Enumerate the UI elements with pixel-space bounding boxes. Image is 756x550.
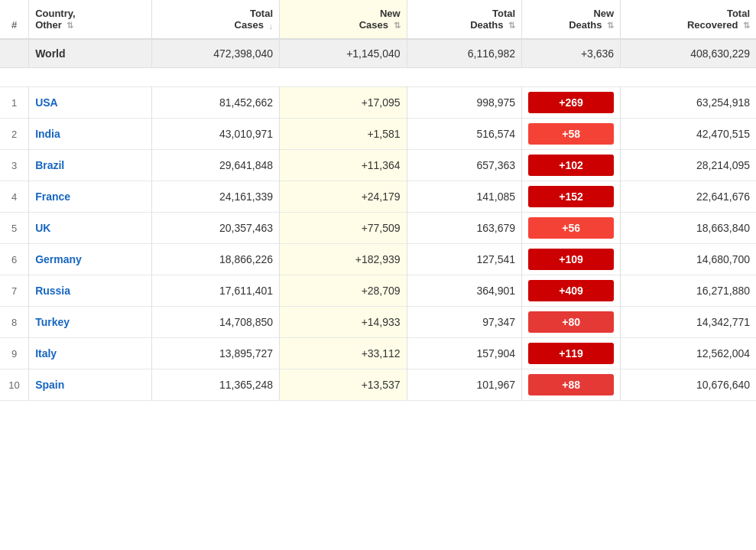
row-total-cases: 20,357,463 <box>152 213 280 244</box>
world-total-cases: 472,398,040 <box>152 39 280 68</box>
table-row: 10 Spain 11,365,248 +13,537 101,967 +88 … <box>0 369 756 401</box>
row-new-cases: +11,364 <box>280 150 407 181</box>
new-deaths-badge: +102 <box>528 155 614 176</box>
country-link[interactable]: India <box>35 128 60 140</box>
row-new-cases: +1,581 <box>280 119 407 150</box>
row-new-cases: +17,095 <box>280 87 407 119</box>
country-link[interactable]: Russia <box>35 285 70 297</box>
world-new-deaths: +3,636 <box>522 39 621 68</box>
row-country[interactable]: Italy <box>29 338 152 369</box>
sort-icon-new-cases[interactable]: ⇅ <box>394 21 401 31</box>
world-new-cases: +1,145,040 <box>280 39 407 68</box>
world-total-recovered: 408,630,229 <box>621 39 756 68</box>
row-total-recovered: 14,342,771 <box>621 307 756 338</box>
row-total-recovered: 10,676,640 <box>621 369 756 401</box>
row-total-deaths: 97,347 <box>407 307 522 338</box>
header-country[interactable]: Country,Other ⇅ <box>29 0 152 39</box>
row-country[interactable]: UK <box>29 213 152 244</box>
row-num: 1 <box>0 87 29 119</box>
header-total-recovered[interactable]: TotalRecovered ⇅ <box>621 0 756 39</box>
world-country: World <box>29 39 152 68</box>
world-num <box>0 39 29 68</box>
country-link[interactable]: UK <box>35 222 50 234</box>
country-link[interactable]: Spain <box>35 379 64 391</box>
header-new-cases[interactable]: NewCases ⇅ <box>280 0 407 39</box>
row-total-deaths: 157,904 <box>407 338 522 369</box>
row-new-deaths: +119 <box>522 338 621 369</box>
row-total-deaths: 163,679 <box>407 213 522 244</box>
new-deaths-badge: +80 <box>528 311 614 333</box>
row-country[interactable]: France <box>29 181 152 213</box>
row-total-deaths: 516,574 <box>407 119 522 150</box>
row-new-deaths: +269 <box>522 87 621 119</box>
row-new-deaths: +88 <box>522 369 621 401</box>
row-new-deaths: +56 <box>522 213 621 244</box>
row-total-cases: 17,611,401 <box>152 275 280 307</box>
row-country[interactable]: Germany <box>29 244 152 275</box>
row-num: 3 <box>0 150 29 181</box>
country-link[interactable]: USA <box>35 96 58 109</box>
header-new-deaths[interactable]: NewDeaths ⇅ <box>522 0 621 39</box>
row-total-cases: 14,708,850 <box>152 307 280 338</box>
row-new-cases: +182,939 <box>280 244 407 275</box>
row-total-recovered: 42,470,515 <box>621 119 756 150</box>
table-row: 1 USA 81,452,662 +17,095 998,975 +269 63… <box>0 87 756 119</box>
row-country[interactable]: Turkey <box>29 307 152 338</box>
row-total-recovered: 22,641,676 <box>621 181 756 213</box>
table-row: 8 Turkey 14,708,850 +14,933 97,347 +80 1… <box>0 307 756 338</box>
row-total-deaths: 998,975 <box>407 87 522 119</box>
row-num: 2 <box>0 119 29 150</box>
row-total-deaths: 127,541 <box>407 244 522 275</box>
sort-icon-total-deaths[interactable]: ⇅ <box>508 21 515 31</box>
row-total-cases: 29,641,848 <box>152 150 280 181</box>
country-link[interactable]: France <box>35 190 70 203</box>
header-total-deaths[interactable]: TotalDeaths ⇅ <box>407 0 522 39</box>
covid-stats-table: # Country,Other ⇅ TotalCases ↓ NewCases … <box>0 0 756 401</box>
row-num: 6 <box>0 244 29 275</box>
row-total-recovered: 28,214,095 <box>621 150 756 181</box>
row-total-recovered: 12,562,004 <box>621 338 756 369</box>
country-link[interactable]: Germany <box>35 253 82 265</box>
row-total-cases: 43,010,971 <box>152 119 280 150</box>
sort-icon-total-cases[interactable]: ↓ <box>269 21 274 31</box>
row-country[interactable]: Russia <box>29 275 152 307</box>
row-country[interactable]: India <box>29 119 152 150</box>
new-deaths-badge: +56 <box>528 217 614 239</box>
row-total-deaths: 101,967 <box>407 369 522 401</box>
row-total-cases: 11,365,248 <box>152 369 280 401</box>
row-num: 9 <box>0 338 29 369</box>
row-new-cases: +33,112 <box>280 338 407 369</box>
table-row: 5 UK 20,357,463 +77,509 163,679 +56 18,6… <box>0 213 756 244</box>
row-num: 4 <box>0 181 29 213</box>
row-country[interactable]: Spain <box>29 369 152 401</box>
new-deaths-badge: +269 <box>528 92 614 113</box>
table-row: 7 Russia 17,611,401 +28,709 364,901 +409… <box>0 275 756 307</box>
new-deaths-badge: +119 <box>528 343 614 364</box>
sort-icon-country[interactable]: ⇅ <box>67 21 73 31</box>
world-row: World 472,398,040 +1,145,040 6,116,982 +… <box>0 39 756 68</box>
row-num: 7 <box>0 275 29 307</box>
row-total-deaths: 657,363 <box>407 150 522 181</box>
new-deaths-badge: +58 <box>528 123 614 145</box>
row-total-recovered: 16,271,880 <box>621 275 756 307</box>
table-row: 4 France 24,161,339 +24,179 141,085 +152… <box>0 181 756 213</box>
table-row: 2 India 43,010,971 +1,581 516,574 +58 42… <box>0 119 756 150</box>
row-new-deaths: +80 <box>522 307 621 338</box>
sort-icon-total-recovered[interactable]: ⇅ <box>743 21 750 31</box>
country-link[interactable]: Brazil <box>35 159 64 171</box>
row-new-cases: +77,509 <box>280 213 407 244</box>
row-new-deaths: +109 <box>522 244 621 275</box>
country-link[interactable]: Turkey <box>35 316 70 328</box>
sort-icon-new-deaths[interactable]: ⇅ <box>607 21 614 31</box>
header-total-cases[interactable]: TotalCases ↓ <box>152 0 280 39</box>
row-country[interactable]: Brazil <box>29 150 152 181</box>
row-new-deaths: +58 <box>522 119 621 150</box>
row-country[interactable]: USA <box>29 87 152 119</box>
row-total-cases: 13,895,727 <box>152 338 280 369</box>
new-deaths-badge: +88 <box>528 374 614 395</box>
new-deaths-badge: +409 <box>528 280 614 301</box>
table-row: 9 Italy 13,895,727 +33,112 157,904 +119 … <box>0 338 756 369</box>
row-new-cases: +13,537 <box>280 369 407 401</box>
row-new-deaths: +409 <box>522 275 621 307</box>
country-link[interactable]: Italy <box>35 347 57 360</box>
